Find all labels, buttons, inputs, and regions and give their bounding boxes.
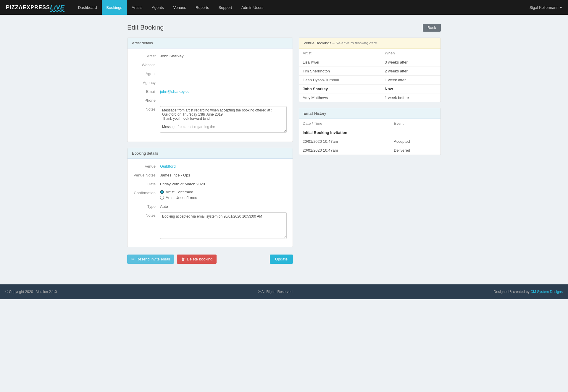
confirmation-confirmed-option[interactable]: Artist Confirmed	[160, 190, 197, 194]
booking-details-title: Booking details	[132, 151, 158, 155]
right-column: Venue Bookings – Relative to booking dat…	[299, 38, 441, 155]
table-row: 20/01/2020 10:47am Delivered	[299, 146, 440, 155]
venue-bookings-table: Artist When Lisa Kwei 3 weeks after Tim …	[299, 48, 440, 102]
website-row: Website	[133, 62, 287, 67]
venue-notes-label: Venue Notes	[133, 172, 160, 177]
footer-designer-link[interactable]: CM System Designs	[530, 290, 563, 294]
notes-label: Notes	[133, 106, 160, 111]
type-label: Type	[133, 203, 160, 209]
nav-dashboard[interactable]: Dashboard	[73, 0, 102, 15]
main-content: Edit Booking Back Artist details Artist …	[121, 15, 447, 273]
nav-venues[interactable]: Venues	[169, 0, 191, 15]
email-history-table-wrapper: Date / Time Event Initial Booking Invita…	[299, 119, 440, 155]
left-buttons: ✉ Resend invite email 🗑 Delete booking	[127, 255, 217, 264]
phone-label: Phone	[133, 97, 160, 103]
email-date-cell: 20/01/2020 10:47am	[299, 146, 390, 155]
artist-details-title: Artist details	[132, 41, 153, 45]
artist-details-header: Artist details	[128, 38, 293, 48]
venue-bookings-panel: Venue Bookings – Relative to booking dat…	[299, 38, 441, 102]
venue-bookings-table-wrapper[interactable]: Artist When Lisa Kwei 3 weeks after Tim …	[299, 48, 440, 102]
unconfirmed-radio[interactable]	[160, 196, 164, 200]
venue-artist-cell: Tim Sherrington	[299, 67, 381, 76]
date-label: Date	[133, 181, 160, 186]
nav-agents[interactable]: Agents	[147, 0, 168, 15]
confirmation-radio-group: Artist Confirmed Artist Unconfirmed	[160, 190, 197, 200]
content-layout: Artist details Artist John Sharkey Websi…	[127, 38, 441, 264]
artist-details-panel: Artist details Artist John Sharkey Websi…	[127, 38, 293, 142]
phone-value	[160, 97, 287, 98]
agency-row: Agency	[133, 80, 287, 85]
brand-logo: PIZZAEXPRESS LiVE	[6, 4, 64, 11]
venue-artist-cell: Amy Matthews	[299, 93, 381, 102]
notes-row: Notes Message from artist regarding when…	[133, 106, 287, 134]
booking-details-body: Venue Guildford Venue Notes James Ince -…	[128, 159, 293, 247]
website-label: Website	[133, 62, 160, 67]
booking-details-header: Booking details	[128, 148, 293, 159]
artist-notes-textarea[interactable]: Message from artist regarding when accep…	[160, 106, 287, 133]
artist-row: Artist John Sharkey	[133, 53, 287, 58]
delete-label: Delete booking	[187, 257, 212, 261]
venue-when-cell: 1 week before	[381, 93, 440, 102]
nav-links: Dashboard Bookings Artists Agents Venues…	[73, 0, 268, 15]
venue-when-cell: 2 weeks after	[381, 67, 440, 76]
confirmation-row: Confirmation Artist Confirmed Artist Unc…	[133, 190, 287, 200]
venue-notes-value: James Ince - Ops	[160, 172, 287, 177]
confirmation-label: Confirmation	[133, 190, 160, 195]
update-button[interactable]: Update	[270, 255, 293, 264]
table-row: 20/01/2020 10:47am Accepted	[299, 137, 440, 146]
venue-bookings-subtitle: Relative to booking date	[335, 41, 377, 45]
venue-artist-cell: Lisa Kwei	[299, 58, 381, 67]
email-label: Email	[133, 88, 160, 94]
user-name: Sigal Kellermann	[530, 5, 559, 10]
type-value: Auto	[160, 203, 287, 209]
venue-when-cell: Now	[381, 85, 440, 93]
resend-invite-button[interactable]: ✉ Resend invite email	[127, 255, 174, 264]
venue-bookings-title: Venue Bookings	[304, 41, 331, 45]
footer-rights: ® All Rights Reserved	[258, 290, 293, 294]
email-history-panel: Email History Date / Time Event Initial …	[299, 108, 441, 155]
date-value: Friday 20th of March 2020	[160, 181, 287, 186]
table-row: Tim Sherrington 2 weeks after	[299, 67, 440, 76]
booking-details-panel: Booking details Venue Guildford Venue No…	[127, 148, 293, 247]
email-event-cell: Accepted	[390, 137, 440, 146]
left-column: Artist details Artist John Sharkey Websi…	[127, 38, 293, 264]
nav-bookings[interactable]: Bookings	[102, 0, 127, 15]
user-menu[interactable]: Sigal Kellermann ▾	[530, 5, 562, 10]
venue-row: Venue Guildford	[133, 163, 287, 169]
venue-bookings-header: Venue Bookings – Relative to booking dat…	[299, 38, 440, 48]
booking-notes-textarea[interactable]: Booking accepted via email system on 20/…	[160, 212, 287, 239]
email-col-event: Event	[390, 119, 440, 128]
venue-when-cell: 3 weeks after	[381, 58, 440, 67]
nav-reports[interactable]: Reports	[191, 0, 214, 15]
email-date-cell: 20/01/2020 10:47am	[299, 137, 390, 146]
venue-label: Venue	[133, 163, 160, 169]
table-row: John Sharkey Now	[299, 85, 440, 93]
nav-support[interactable]: Support	[214, 0, 237, 15]
email-value[interactable]: john@sharkey.cc	[160, 88, 287, 94]
email-history-header: Email History	[299, 108, 440, 119]
venue-value[interactable]: Guildford	[160, 163, 287, 169]
footer: © Copyright 2020 - Version 2.1.0 ® All R…	[0, 284, 568, 299]
table-row: Dean Dyson-Turnbull 1 week after	[299, 76, 440, 85]
confirmation-unconfirmed-option[interactable]: Artist Unconfirmed	[160, 195, 197, 200]
confirmed-label: Artist Confirmed	[166, 190, 193, 194]
back-button[interactable]: Back	[423, 24, 441, 32]
email-event-cell: Delivered	[390, 146, 440, 155]
phone-row: Phone	[133, 97, 287, 103]
venue-artist-cell: John Sharkey	[299, 85, 381, 93]
navbar: PIZZAEXPRESS LiVE Dashboard Bookings Art…	[0, 0, 568, 15]
email-history-table: Date / Time Event Initial Booking Invita…	[299, 119, 440, 155]
venue-notes-row: Venue Notes James Ince - Ops	[133, 172, 287, 177]
venue-col-artist: Artist	[299, 48, 381, 58]
date-row: Date Friday 20th of March 2020	[133, 181, 287, 186]
email-history-title: Email History	[304, 111, 326, 116]
agency-label: Agency	[133, 80, 160, 85]
delete-booking-button[interactable]: 🗑 Delete booking	[177, 255, 217, 264]
resend-label: Resend invite email	[136, 257, 170, 261]
artist-value: John Sharkey	[160, 53, 287, 58]
footer-designed: Designed & created by CM System Designs	[494, 290, 563, 294]
nav-admin-users[interactable]: Admin Users	[237, 0, 268, 15]
nav-artists[interactable]: Artists	[127, 0, 147, 15]
confirmed-radio[interactable]	[160, 190, 164, 194]
agent-row: Agent	[133, 71, 287, 76]
